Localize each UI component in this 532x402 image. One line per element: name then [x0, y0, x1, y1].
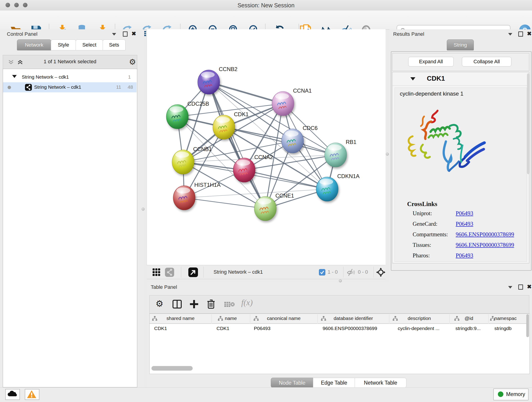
tab-string[interactable]: String	[447, 39, 474, 51]
table-cell[interactable]: cyclin-dependent ...	[398, 324, 439, 333]
status-bar	[0, 387, 532, 402]
warning-status-button[interactable]	[25, 389, 39, 400]
crosslink-link[interactable]: 9606.ENSP00000378699	[456, 231, 514, 238]
string-tab-icon[interactable]	[165, 268, 174, 277]
gene-section-header[interactable]: CDK1	[393, 72, 529, 86]
control-panel-close-icon[interactable]: ✖	[132, 32, 136, 36]
tab-network[interactable]: Network	[17, 39, 51, 51]
column-header[interactable]: description	[389, 314, 449, 324]
delete-column-icon[interactable]	[206, 299, 216, 309]
tab-style[interactable]: Style	[51, 39, 76, 51]
table-cell[interactable]: 9606.ENSP00000378699	[323, 324, 377, 333]
network-tree: String Network – cdk1 1 String Network –…	[3, 69, 137, 387]
grid-view-icon[interactable]	[152, 268, 161, 277]
table-settings-gear-icon[interactable]: ⚙	[156, 299, 163, 309]
table-cell[interactable]: stringdb:9...	[456, 324, 481, 333]
column-header[interactable]: shared name	[150, 314, 211, 324]
network-view-title: String Network – cdk1	[214, 265, 263, 279]
memory-status-dot	[498, 391, 503, 397]
network-node-CDK1[interactable]	[213, 115, 235, 139]
network-row-selected[interactable]: String Network – cdk1 11 48	[3, 82, 137, 92]
node-label-CCNE1: CCNE1	[275, 192, 294, 199]
network-node-CDC25B[interactable]	[166, 104, 188, 129]
node-label-CCNB1: CCNB1	[193, 146, 212, 152]
crosslink-label: GeneCard:	[413, 221, 437, 227]
column-header[interactable]: database identifier	[317, 314, 389, 324]
crosslink-label: Uniprot:	[413, 210, 432, 217]
memory-button[interactable]: Memory	[493, 389, 529, 400]
crosslink-link[interactable]: 9606.ENSP00000378699	[456, 242, 514, 248]
collapse-all-button[interactable]: Collapse All	[462, 57, 511, 66]
network-view-toolbar: String Network – cdk1 1 - 0 0 - 0	[147, 265, 385, 279]
right-splitter-handle[interactable]	[386, 153, 389, 156]
table-cell[interactable]: CDK1	[216, 324, 229, 333]
results-panel-title: Results Panel	[393, 31, 424, 37]
results-panel-float-icon[interactable]	[518, 32, 523, 37]
left-splitter-handle[interactable]	[142, 208, 145, 211]
table-cell[interactable]: stringdb	[494, 324, 512, 333]
add-column-icon[interactable]	[189, 299, 199, 309]
node-label-CDC25B: CDC25B	[187, 101, 209, 107]
node-label-CCNB2: CCNB2	[219, 66, 237, 72]
collection-expand-icon[interactable]	[12, 75, 17, 78]
table-panel-minimize-icon[interactable]	[508, 286, 512, 288]
table-panel-float-icon[interactable]	[518, 284, 523, 290]
toolbar-separator	[181, 267, 181, 278]
crosslink-link[interactable]: P06493	[456, 210, 473, 217]
control-panel-float-icon[interactable]	[123, 32, 128, 37]
network-node-CDC6[interactable]	[282, 129, 304, 153]
hidden-eye-slash-icon	[346, 268, 355, 276]
cloud-status-button[interactable]	[5, 389, 20, 400]
node-label-CCNA1: CCNA1	[293, 88, 312, 94]
tab-sets[interactable]: Sets	[103, 39, 126, 51]
network-options-gear-icon[interactable]: ⚙	[129, 57, 136, 66]
selected-nodes-checkbox[interactable]	[319, 269, 325, 275]
node-label-RB1: RB1	[346, 139, 356, 145]
crosslink-link[interactable]: P06493	[456, 221, 473, 227]
warning-icon	[25, 389, 38, 399]
tab-network-table[interactable]: Network Table	[355, 378, 406, 388]
protein-structure-image	[402, 104, 498, 193]
open-in-window-icon[interactable]	[188, 268, 198, 277]
crosslink-label: Compartments:	[413, 231, 448, 238]
network-node-CCNB2[interactable]	[198, 70, 220, 94]
results-scrollbar[interactable]	[527, 73, 530, 174]
table-cell[interactable]: P06493	[254, 324, 270, 333]
column-header[interactable]: namespac	[488, 314, 529, 324]
tab-select[interactable]: Select	[76, 39, 103, 51]
column-header[interactable]: name	[212, 314, 250, 324]
network-node-CCNB1[interactable]	[172, 150, 194, 174]
network-node-RB1[interactable]	[325, 143, 347, 167]
bottom-splitter-handle[interactable]	[339, 279, 342, 282]
network-collection-row[interactable]: String Network – cdk1 1	[3, 73, 137, 82]
results-panel-minimize-icon[interactable]	[508, 33, 512, 36]
crosslink-label: Tissues:	[413, 242, 431, 248]
network-graph[interactable]: CCNB2CCNA1CDC25BCDK1CDC6RB1CCNB1CCNA2CDK…	[147, 29, 386, 265]
crosslink-link[interactable]: P06493	[456, 252, 473, 259]
tab-node-table[interactable]: Node Table	[271, 378, 313, 388]
network-node-CCNA1[interactable]	[272, 91, 294, 116]
main-toolbar: ?	[0, 11, 532, 30]
birdseye-crosshair-icon[interactable]	[376, 267, 386, 277]
table-cell[interactable]: CDK1	[154, 324, 167, 333]
tab-edge-table[interactable]: Edge Table	[313, 378, 355, 388]
title-bar: Session: New Session	[0, 0, 532, 11]
network-node-CCNA2[interactable]	[233, 158, 255, 182]
horizontal-scrollbar-thumb[interactable]	[152, 366, 193, 370]
node-label-CDK1: CDK1	[234, 111, 249, 117]
network-node-CDKN1A[interactable]	[316, 177, 338, 201]
control-panel-title: Control Panel	[7, 31, 37, 37]
network-node-CCNE1[interactable]	[254, 196, 276, 221]
table-panel-close-icon[interactable]: ✖	[527, 284, 532, 289]
column-header[interactable]: canonical name	[250, 314, 317, 324]
network-node-HIST1H1A[interactable]	[173, 186, 195, 210]
vertical-scrollbar-thumb[interactable]	[526, 314, 529, 337]
control-panel-minimize-icon[interactable]	[112, 33, 116, 36]
expand-all-button[interactable]: Expand All	[408, 57, 454, 66]
node-label-CDC6: CDC6	[303, 125, 317, 131]
column-header[interactable]: @id	[450, 314, 488, 324]
results-panel-close-icon[interactable]: ✖	[527, 32, 532, 36]
memory-label: Memory	[506, 391, 525, 397]
show-columns-icon[interactable]	[172, 299, 182, 309]
gene-collapse-icon[interactable]	[410, 77, 415, 80]
